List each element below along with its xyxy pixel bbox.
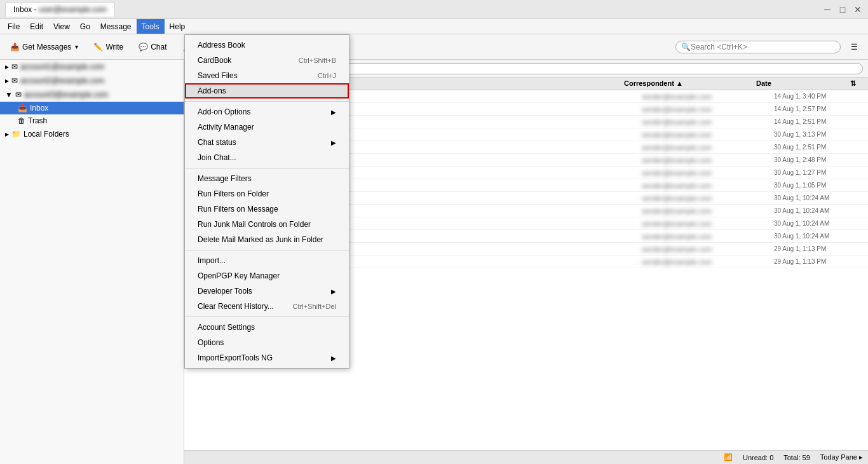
col-date-header[interactable]: Date bbox=[756, 79, 845, 88]
total-count: Total: 59 bbox=[783, 454, 810, 461]
msg-date: 30 Aug 1, 10:24 AM bbox=[774, 207, 863, 214]
menu-item-saved-files[interactable]: Saved FilesCtrl+J bbox=[185, 68, 349, 83]
menu-item-add-ons[interactable]: Add-ons bbox=[185, 83, 349, 99]
msg-date: 30 Aug 1, 2:48 PM bbox=[774, 156, 863, 163]
menu-label-run-filters-folder: Run Filters on Folder bbox=[198, 189, 269, 198]
menu-go[interactable]: Go bbox=[75, 19, 95, 34]
keyboard-shortcut: Ctrl+J bbox=[318, 72, 336, 79]
search-box[interactable]: 🔍 bbox=[675, 41, 841, 53]
expand-icon-2: ▸ bbox=[5, 76, 9, 85]
menu-item-clear-history[interactable]: Clear Recent History...Ctrl+Shift+Del bbox=[185, 299, 349, 314]
get-messages-button[interactable]: 📥 Get Messages ▾ bbox=[5, 40, 83, 54]
menu-item-cardbook[interactable]: CardBookCtrl+Shift+B bbox=[185, 53, 349, 68]
menu-view[interactable]: View bbox=[48, 19, 75, 34]
menu-file[interactable]: File bbox=[3, 19, 25, 34]
expand-icon-3: ▼ bbox=[5, 90, 13, 99]
sidebar-account-3[interactable]: ▼ ✉ account3@example.com bbox=[0, 88, 184, 102]
msg-date: 14 Aug 1, 2:51 PM bbox=[774, 118, 863, 125]
sidebar-local-folders[interactable]: ▸ 📁 Local Folders bbox=[0, 127, 184, 141]
menu-edit[interactable]: Edit bbox=[25, 19, 48, 34]
menu-label-options: Options bbox=[198, 338, 224, 347]
menu-item-import[interactable]: Import... bbox=[185, 253, 349, 268]
tab-email: user@example.com bbox=[39, 5, 107, 14]
keyboard-shortcut: Ctrl+Shift+B bbox=[299, 57, 336, 64]
account-icon-1: ✉ bbox=[11, 62, 18, 71]
sidebar-account-1[interactable]: ▸ ✉ account1@example.com bbox=[0, 60, 184, 74]
write-button[interactable]: ✏️ Write bbox=[88, 40, 128, 54]
menu-label-account-settings: Account Settings bbox=[198, 323, 255, 332]
menu-item-importexport[interactable]: ImportExportTools NG▶ bbox=[185, 350, 349, 365]
menu-label-import: Import... bbox=[198, 256, 226, 265]
menu-item-chat-status[interactable]: Chat status▶ bbox=[185, 135, 349, 150]
status-bar: 📶 Unread: 0 Total: 59 Today Pane ▸ bbox=[184, 450, 868, 464]
menu-item-run-filters-folder[interactable]: Run Filters on Folder bbox=[185, 186, 349, 201]
menu-item-activity-manager[interactable]: Activity Manager bbox=[185, 119, 349, 135]
sidebar-account-2[interactable]: ▸ ✉ account2@example.com bbox=[0, 74, 184, 88]
trash-folder-label: Trash bbox=[28, 116, 47, 125]
menu-item-run-filters-message[interactable]: Run Filters on Message bbox=[185, 201, 349, 217]
sidebar: ▸ ✉ account1@example.com ▸ ✉ account2@ex… bbox=[0, 60, 184, 464]
menu-label-add-on-options: Add-on Options bbox=[198, 107, 250, 116]
menu-tools[interactable]: Tools bbox=[137, 19, 165, 34]
menu-item-openpgp[interactable]: OpenPGP Key Manager bbox=[185, 268, 349, 283]
menu-item-message-filters[interactable]: Message Filters bbox=[185, 171, 349, 186]
msg-sender: sender@example.com bbox=[642, 118, 769, 126]
msg-date: 14 Aug 1, 2:57 PM bbox=[774, 106, 863, 113]
today-pane-button[interactable]: Today Pane ▸ bbox=[820, 453, 863, 461]
menu-item-account-settings[interactable]: Account Settings bbox=[185, 320, 349, 335]
minimize-button[interactable]: ─ bbox=[822, 4, 832, 15]
menu-item-join-chat[interactable]: Join Chat... bbox=[185, 150, 349, 165]
col-sender-header[interactable]: Correspondent ▲ bbox=[624, 79, 751, 88]
close-button[interactable]: ✕ bbox=[853, 4, 863, 15]
menu-item-address-book[interactable]: Address Book bbox=[185, 38, 349, 53]
menu-separator bbox=[185, 317, 349, 317]
msg-sender: sender@example.com bbox=[642, 207, 769, 215]
sidebar-trash[interactable]: 🗑 Trash bbox=[0, 114, 184, 127]
submenu-arrow-icon: ▶ bbox=[331, 355, 336, 362]
menu-item-developer-tools[interactable]: Developer Tools▶ bbox=[185, 283, 349, 299]
menu-item-add-on-options[interactable]: Add-on Options▶ bbox=[185, 104, 349, 119]
menu-label-importexport: ImportExportTools NG bbox=[198, 353, 273, 362]
chat-button[interactable]: 💬 Chat bbox=[133, 40, 172, 54]
keyboard-shortcut: Ctrl+Shift+Del bbox=[293, 303, 336, 310]
chat-label: Chat bbox=[151, 43, 166, 51]
title-bar: Inbox - user@example.com ─ □ ✕ bbox=[0, 0, 868, 19]
menu-message[interactable]: Message bbox=[95, 19, 137, 34]
msg-date: 14 Aug 1, 3:40 PM bbox=[774, 93, 863, 100]
msg-date: 30 Aug 1, 10:24 AM bbox=[774, 194, 863, 201]
menu-label-address-book: Address Book bbox=[198, 41, 245, 50]
msg-sender: sender@example.com bbox=[642, 144, 769, 151]
inbox-tab[interactable]: Inbox - user@example.com bbox=[5, 2, 115, 17]
msg-sender: sender@example.com bbox=[642, 220, 769, 228]
account-label-2: account2@example.com bbox=[20, 76, 104, 85]
menu-label-join-chat: Join Chat... bbox=[198, 153, 236, 162]
title-bar-left: Inbox - user@example.com bbox=[5, 2, 115, 17]
sort-up-icon: ▲ bbox=[676, 79, 683, 87]
menu-label-cardbook: CardBook bbox=[198, 56, 231, 65]
write-label: Write bbox=[105, 43, 123, 51]
toolbar: 📥 Get Messages ▾ ✏️ Write 💬 Chat 👤 A… 🔍 … bbox=[0, 34, 868, 60]
maximize-button[interactable]: □ bbox=[837, 4, 848, 15]
msg-date: 30 Aug 1, 3:13 PM bbox=[774, 131, 863, 138]
menu-label-message-filters: Message Filters bbox=[198, 174, 252, 183]
menu-label-developer-tools: Developer Tools bbox=[198, 287, 252, 296]
trash-folder-icon: 🗑 bbox=[18, 116, 25, 125]
menu-item-options[interactable]: Options bbox=[185, 335, 349, 350]
search-input[interactable] bbox=[691, 43, 831, 51]
msg-date: 30 Aug 1, 10:24 AM bbox=[774, 233, 863, 240]
sidebar-inbox[interactable]: 📥 Inbox bbox=[0, 102, 184, 114]
msg-sender: sender@example.com bbox=[642, 258, 769, 266]
menu-help[interactable]: Help bbox=[165, 19, 191, 34]
inbox-folder-label: Inbox bbox=[30, 104, 48, 113]
msg-sender: sender@example.com bbox=[642, 233, 769, 240]
hamburger-button[interactable]: ☰ bbox=[846, 40, 863, 54]
local-folders-label: Local Folders bbox=[24, 130, 69, 139]
menu-label-activity-manager: Activity Manager bbox=[198, 123, 254, 132]
col-sort-toggle[interactable]: ⇅ bbox=[850, 79, 863, 88]
msg-date: 30 Aug 1, 2:51 PM bbox=[774, 144, 863, 151]
menu-item-run-junk[interactable]: Run Junk Mail Controls on Folder bbox=[185, 217, 349, 232]
menu-item-delete-junk[interactable]: Delete Mail Marked as Junk in Folder bbox=[185, 232, 349, 247]
network-icon: 📶 bbox=[724, 453, 733, 461]
tab-label: Inbox - bbox=[13, 5, 39, 14]
msg-sender: sender@example.com bbox=[642, 182, 769, 189]
